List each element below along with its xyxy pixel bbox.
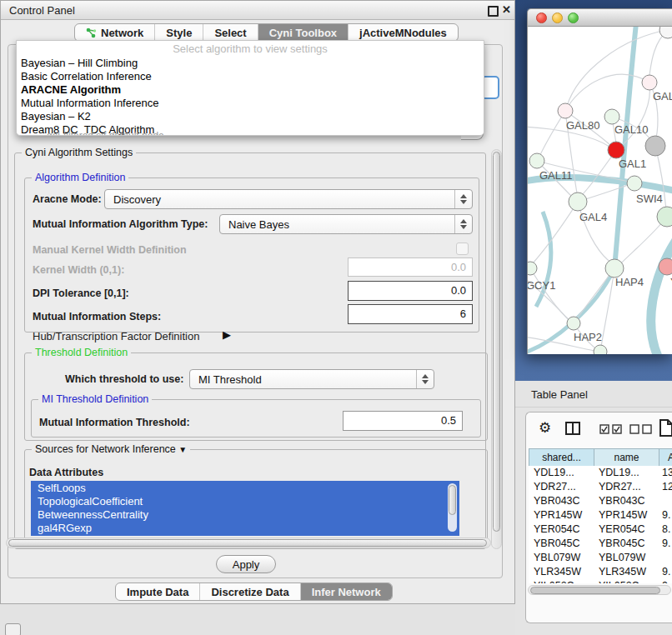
float-icon[interactable]	[488, 6, 499, 17]
aracne-mode-combo[interactable]: Discovery	[104, 189, 473, 209]
node-gal11[interactable]	[529, 153, 544, 168]
cell[interactable]: 9.	[662, 579, 670, 583]
mi-threshold-field[interactable]: 0.5	[343, 411, 463, 431]
table-hscrollbar-thumb[interactable]	[530, 587, 660, 594]
cell[interactable]: YPR145W	[599, 508, 647, 522]
tab-select[interactable]: Select	[203, 24, 257, 41]
settings-vscrollbar-track[interactable]	[491, 149, 502, 549]
tab-discretize-data[interactable]: Discretize Data	[199, 583, 299, 600]
cell[interactable]: YDR27...	[534, 480, 576, 494]
cell[interactable]: YBL079W	[534, 551, 580, 565]
tab-jactivemnodules[interactable]: jActiveMNodules	[348, 24, 458, 41]
cell[interactable]: YBL079W	[599, 551, 645, 565]
list-scrollbar-thumb[interactable]	[449, 485, 456, 515]
node-gal1-selected[interactable]	[608, 142, 624, 158]
cell[interactable]: YDL19...	[534, 466, 574, 480]
tab-network[interactable]: Network	[75, 24, 154, 41]
gear-icon[interactable]: ⚙	[539, 421, 551, 435]
mi-type-combo[interactable]: Naive Bayes	[219, 214, 473, 234]
table-row[interactable]: YER054CYER054C8.	[529, 522, 672, 537]
column-header-name[interactable]: name	[594, 448, 659, 468]
cell[interactable]: 9.	[662, 565, 670, 579]
table-row[interactable]: YBR043CYBR043C	[529, 494, 672, 508]
columns-icon[interactable]	[565, 422, 580, 435]
document-icon[interactable]	[659, 419, 672, 437]
close-icon[interactable]: ✕	[502, 3, 511, 16]
minimize-traffic-light[interactable]	[552, 12, 563, 23]
cell[interactable]: YIL052C	[534, 579, 574, 583]
dropdown-item-selected[interactable]: ARACNE Algorithm	[17, 83, 484, 97]
cell[interactable]: YBR045C	[599, 537, 645, 551]
dropdown-item[interactable]: Bayesian – K2	[17, 110, 484, 123]
table-row[interactable]: YIL052CYIL052C9.	[529, 579, 672, 583]
manual-kernel-checkbox[interactable]	[456, 242, 469, 255]
node-hap2[interactable]	[567, 317, 580, 330]
table-row[interactable]: YLR345WYLR345W9.	[529, 565, 672, 579]
tab-style[interactable]: Style	[154, 24, 203, 41]
tab-cyni-toolbox[interactable]: Cyni Toolbox	[258, 24, 348, 41]
node-bottom[interactable]	[594, 345, 607, 354]
dpi-tolerance-field[interactable]: 0.0	[348, 281, 473, 301]
chevron-right-icon[interactable]: ▶	[223, 328, 231, 341]
kernel-width-field[interactable]: 0.0	[348, 258, 473, 277]
list-item[interactable]: TopologicalCoefficient	[31, 494, 459, 508]
dropdown-item[interactable]: Basic Correlation Inference	[17, 70, 484, 83]
node-gal4[interactable]	[569, 192, 587, 211]
cell[interactable]: YBR045C	[534, 537, 580, 551]
cell[interactable]: YER054C	[599, 522, 645, 537]
cell[interactable]: YER054C	[534, 522, 580, 537]
node-green-cut[interactable]	[657, 207, 672, 227]
node-gray[interactable]	[645, 136, 665, 156]
list-item[interactable]: gal4RGexp	[31, 521, 459, 534]
cell[interactable]: YLR345W	[534, 565, 581, 579]
cell[interactable]: YLR345W	[599, 565, 646, 579]
node-gal-cut[interactable]	[642, 75, 657, 90]
network-window-titlebar[interactable]	[527, 8, 672, 27]
column-header-cut[interactable]: A	[659, 448, 672, 468]
apply-button[interactable]: Apply	[216, 555, 276, 573]
cell[interactable]: 8.	[662, 522, 670, 537]
cell[interactable]: YDL19...	[599, 466, 639, 480]
cell[interactable]: 12	[662, 480, 672, 494]
table-row[interactable]: YDR27...YDR27...12	[529, 480, 672, 494]
cell[interactable]: YPR145W	[534, 508, 582, 522]
list-item[interactable]: BetweennessCentrality	[31, 508, 459, 521]
cell[interactable]: 9.	[662, 537, 670, 551]
settings-vscrollbar-thumb[interactable]	[493, 152, 500, 532]
dropdown-item[interactable]: Mutual Information Inference	[17, 97, 484, 110]
node-gal10[interactable]	[604, 109, 619, 124]
cell[interactable]: YIL052C	[599, 579, 639, 583]
settings-hscrollbar-thumb[interactable]	[8, 539, 487, 547]
close-traffic-light[interactable]	[536, 12, 547, 23]
node-swi4[interactable]	[627, 176, 642, 191]
cell[interactable]: YBR043C	[534, 494, 580, 508]
table-row[interactable]: YBR045CYBR045C9.	[529, 537, 672, 551]
chevron-down-icon[interactable]: ▼	[178, 445, 187, 454]
node-gal80[interactable]	[558, 103, 573, 118]
table-row[interactable]: YBL079WYBL079W	[529, 551, 672, 565]
control-panel-titlebar[interactable]: Control Panel ✕	[1, 1, 514, 20]
table-panel-titlebar[interactable]: Table Panel	[515, 381, 672, 408]
table-row[interactable]: YDL19...YDL19...13	[529, 466, 672, 480]
mi-steps-field[interactable]: 6	[348, 304, 473, 324]
cell[interactable]: 13	[662, 466, 672, 480]
list-scrollbar-track[interactable]	[448, 483, 457, 532]
table-hscrollbar-track[interactable]	[528, 585, 671, 595]
which-threshold-combo[interactable]: MI Threshold	[189, 369, 434, 389]
unchecked-boxes-icon[interactable]	[629, 424, 653, 434]
cell[interactable]: 9.	[662, 508, 670, 522]
table-row[interactable]: YPR145WYPR145W9.	[529, 508, 672, 522]
tab-impute-data[interactable]: Impute Data	[116, 583, 199, 600]
cell[interactable]: YDR27...	[599, 480, 641, 494]
network-canvas[interactable]: GAL GAL80 GAL10 GAL1 GAL11 SWI4 GAL4 GCY…	[527, 27, 672, 354]
node-hap4[interactable]	[605, 259, 624, 278]
checked-boxes-icon[interactable]	[599, 424, 623, 434]
settings-hscrollbar-track[interactable]	[6, 538, 491, 548]
column-header-shared-name[interactable]: shared...	[529, 448, 594, 468]
floating-panel-icon[interactable]	[5, 623, 21, 635]
node-gcy1[interactable]	[528, 262, 537, 275]
cell[interactable]: YBR043C	[599, 494, 645, 508]
tab-infer-network[interactable]: Infer Network	[300, 583, 392, 600]
node-salmon[interactable]	[659, 258, 672, 275]
list-item[interactable]: SelfLoops	[31, 481, 459, 494]
